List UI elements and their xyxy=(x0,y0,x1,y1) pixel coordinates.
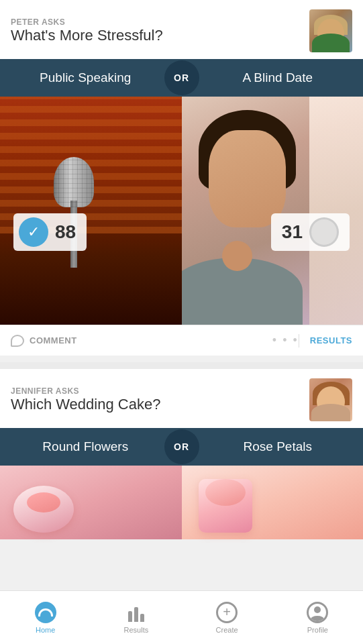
profile-icon xyxy=(307,602,328,623)
nav-profile[interactable]: Profile xyxy=(272,591,363,644)
bar3 xyxy=(140,614,144,622)
more-options[interactable]: • • • xyxy=(272,333,299,347)
post2-avatar xyxy=(309,378,352,421)
woman-hand xyxy=(222,241,252,271)
bar1 xyxy=(128,611,132,622)
bottom-navigation: Home Results + Create Profile xyxy=(0,590,363,644)
post1-header: PETER ASKS What's More Stressful? xyxy=(0,0,363,59)
post1-option-left[interactable]: Public Speaking xyxy=(0,70,164,85)
mall-bg xyxy=(309,97,363,325)
vote-count-left: 88 xyxy=(55,221,76,243)
post1-asker: PETER ASKS xyxy=(11,17,163,27)
score-left: ✓ 88 xyxy=(13,213,87,251)
create-label: Create xyxy=(216,626,238,634)
post-separator xyxy=(0,362,363,369)
comment-bubble-icon xyxy=(11,335,24,347)
post1-image-left[interactable] xyxy=(0,97,182,325)
post1-option-right[interactable]: A Blind Date xyxy=(199,70,364,85)
or2-label: OR xyxy=(174,441,189,452)
post1-header-text: PETER ASKS What's More Stressful? xyxy=(11,17,163,44)
profile-face xyxy=(314,606,321,613)
results-icon xyxy=(125,602,147,623)
post-2: JENNIFER ASKS Which Wedding Cake? Round … xyxy=(0,369,363,539)
bar2 xyxy=(134,607,138,622)
post1-images: ✓ 88 31 xyxy=(0,97,363,325)
post2-option-right[interactable]: Rose Petals xyxy=(199,439,364,454)
post2-header: JENNIFER ASKS Which Wedding Cake? xyxy=(0,369,363,428)
post1-or-circle: OR xyxy=(164,60,199,95)
home-label: Home xyxy=(36,626,55,634)
cake-flowers xyxy=(27,492,60,513)
post2-question: Which Wedding Cake? xyxy=(11,396,160,413)
dots-icon: • • • xyxy=(272,333,299,347)
nav-home[interactable]: Home xyxy=(0,591,91,644)
avatar-body xyxy=(312,34,350,52)
action-divider xyxy=(299,334,299,347)
profile-body xyxy=(311,616,324,623)
create-icon: + xyxy=(216,602,238,623)
post2-option-left[interactable]: Round Flowers xyxy=(0,439,164,454)
post1-image-right[interactable] xyxy=(182,97,364,325)
nav-create[interactable]: + Create xyxy=(182,591,272,644)
home-icon xyxy=(35,602,56,623)
vote-count-right: 31 xyxy=(282,221,303,243)
post1-question: What's More Stressful? xyxy=(11,27,163,44)
comment-label: COMMENT xyxy=(30,335,77,345)
post2-images xyxy=(0,466,363,539)
score-right: 31 xyxy=(271,213,350,251)
post1-or-bar: Public Speaking OR A Blind Date xyxy=(0,59,363,97)
post2-image-left[interactable] xyxy=(0,466,182,539)
jennifer-body xyxy=(311,404,350,421)
post2-or-circle: OR xyxy=(164,429,199,464)
post1-action-bar: COMMENT • • • RESULTS xyxy=(0,325,363,356)
post-1: PETER ASKS What's More Stressful? Public… xyxy=(0,0,363,356)
check-icon: ✓ xyxy=(19,217,48,247)
results-nav-label: Results xyxy=(124,626,149,634)
comment-button[interactable]: COMMENT xyxy=(11,335,77,347)
petal-decoration xyxy=(205,479,246,506)
post1-avatar xyxy=(309,9,352,52)
results-button[interactable]: RESULTS xyxy=(310,335,352,345)
profile-label: Profile xyxy=(307,626,328,634)
post2-image-right[interactable] xyxy=(182,466,364,539)
microphone-grid xyxy=(54,157,94,207)
post2-asker: JENNIFER ASKS xyxy=(11,386,160,396)
post2-header-text: JENNIFER ASKS Which Wedding Cake? xyxy=(11,386,160,413)
uncheck-icon xyxy=(309,217,339,247)
post2-or-bar: Round Flowers OR Rose Petals xyxy=(0,428,363,466)
or-label: OR xyxy=(174,72,189,83)
home-arch xyxy=(38,608,53,616)
nav-results[interactable]: Results xyxy=(91,591,181,644)
